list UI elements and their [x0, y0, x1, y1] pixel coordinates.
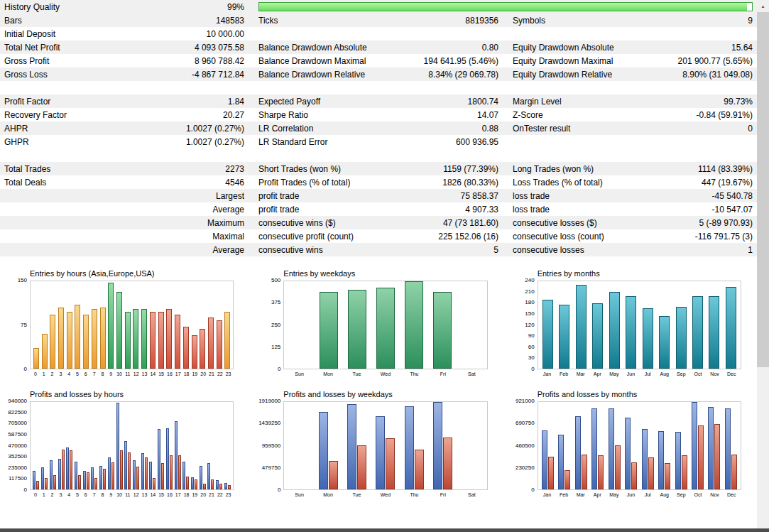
stat-value: 1159 (77.39%) [443, 164, 498, 174]
bar [224, 312, 230, 369]
plot [538, 281, 741, 369]
stat-value: -45 540.78 [712, 191, 753, 201]
chart-plot-area: 0117500235000352500470000587500705000822… [4, 401, 242, 498]
x-tick-label: Jan [539, 492, 556, 498]
x-tick-label: 16 [165, 492, 174, 498]
profit-bar [200, 466, 202, 489]
chart-title: Profits and losses by weekdays [283, 390, 496, 398]
scrollbar-thumb[interactable] [757, 12, 769, 367]
loss-bar [415, 450, 424, 489]
x-tick-label: Jul [639, 371, 656, 377]
x-tick-label: 15 [157, 492, 165, 498]
profit-bar [216, 480, 219, 489]
stat-value: 8.34% (29 069.78) [428, 70, 498, 80]
loss-bar [219, 484, 222, 490]
loss-bar [203, 484, 206, 490]
stat-value: 0.80 [482, 43, 498, 53]
x-tick-label: 8 [99, 492, 107, 498]
chart-profits-losses-by-months: Profits and losses by months 02302504605… [512, 386, 750, 498]
x-tick-label: Oct [689, 371, 707, 377]
x-axis: JanFebMarAprMayJunJulAugSepOctNovDec [538, 492, 741, 498]
stat-value: 99.73% [724, 97, 753, 107]
y-tick-label: 117500 [9, 476, 27, 482]
stat-label: Bars [4, 16, 22, 26]
stat-value: 1.84 [228, 97, 244, 107]
x-tick-label: Fri [429, 371, 457, 377]
x-tick-label: Jun [623, 492, 640, 498]
y-tick-label: 959500 [262, 443, 281, 449]
x-tick-label: 22 [216, 492, 224, 498]
profit-bar [166, 428, 169, 489]
stat-value: -116 791.75 (3) [695, 232, 753, 241]
stat-label: consecutive wins [258, 245, 323, 255]
x-tick-label: 14 [148, 492, 157, 498]
stat-label: Total Trades [4, 164, 50, 174]
x-tick-label: 2 [48, 492, 57, 498]
x-tick-label: 0 [31, 492, 40, 498]
profit-bar [675, 432, 681, 489]
y-tick-label: 940000 [8, 398, 27, 404]
x-tick-label: Sun [285, 492, 313, 498]
x-tick-label: 2 [48, 371, 57, 377]
stat-value: 20.27 [223, 110, 244, 120]
stat-label: Total Deals [4, 178, 46, 188]
bar [42, 334, 48, 369]
stat-label: profit trade [258, 191, 299, 201]
chart-plot-area: 075150 012345678910111213141516171819202… [4, 281, 242, 377]
chart-title: Profits and losses by months [538, 390, 750, 398]
x-tick-label: 8 [99, 371, 107, 377]
profit-bar [133, 460, 136, 489]
profit-bar [58, 459, 61, 489]
x-tick-label: Sat [457, 371, 486, 377]
stat-label: consecutive losses [513, 245, 584, 255]
x-tick-label: Mar [572, 492, 589, 498]
y-tick-label: 921000 [516, 398, 535, 404]
vertical-scrollbar[interactable]: ▲ [757, 0, 769, 528]
loss-bar [443, 438, 452, 489]
stat-value: 4 907.33 [465, 205, 498, 215]
history-quality-row: History Quality 99% [0, 0, 757, 13]
x-tick-label: 5 [73, 371, 82, 377]
stat-value: -10 547.07 [712, 205, 753, 215]
loss-bar [195, 479, 197, 489]
stat-label: Balance Drawdown Absolute [258, 43, 367, 53]
profit-bar [558, 435, 564, 489]
x-tick-label: Mon [314, 492, 342, 498]
y-axis: 0230250460500690750921000 [512, 401, 538, 490]
scroll-up-button[interactable]: ▲ [757, 0, 769, 12]
profit-bar [319, 412, 328, 489]
loss-bar [128, 452, 131, 489]
profit-bar [99, 466, 102, 489]
stat-label: LR Standard Error [258, 137, 327, 147]
bar [175, 315, 180, 369]
x-tick-label: 21 [207, 371, 216, 377]
bar [709, 296, 719, 369]
bar [376, 288, 395, 369]
y-tick-label: 0 [24, 487, 27, 493]
stat-label: Equity Drawdown Relative [513, 70, 612, 80]
loss-bar [665, 463, 670, 489]
y-tick-label: 210 [525, 289, 534, 295]
y-tick-label: 587500 [8, 432, 27, 438]
y-tick-label: 470000 [8, 443, 27, 449]
bar [320, 292, 338, 369]
y-tick-label: 30 [528, 355, 535, 361]
x-axis: 01234567891011121314151617181920212223 [30, 492, 234, 498]
bar [133, 309, 138, 369]
bar [108, 283, 114, 369]
stats-row: Total Deals4546 Profit Trades (% of tota… [0, 175, 757, 189]
stat-value: 201 900.77 (5.65%) [678, 56, 753, 66]
x-tick-label: 10 [115, 492, 124, 498]
x-axis: 01234567891011121314151617181920212223 [30, 371, 234, 377]
bar [100, 308, 106, 369]
bar [542, 300, 553, 369]
loss-bar [228, 485, 231, 489]
loss-bar [548, 457, 554, 489]
profit-bar [116, 403, 119, 489]
bar [609, 292, 620, 369]
stats-row: Recovery Factor20.27 Sharpe Ratio14.07 Z… [0, 108, 757, 121]
profit-bar [149, 462, 152, 489]
stat-value: 1114 (83.39%) [698, 164, 753, 174]
x-tick-label: 17 [174, 492, 182, 498]
stat-label: LR Correlation [258, 124, 313, 134]
